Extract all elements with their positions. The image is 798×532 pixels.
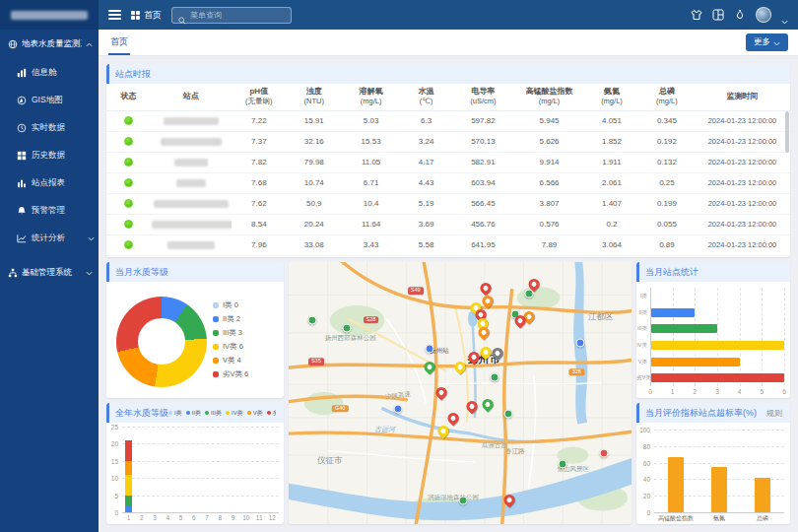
- sidebar-group-base-system[interactable]: 基础管理系统: [0, 258, 99, 288]
- station-pin-green[interactable]: [480, 397, 496, 413]
- road-shield: G40: [332, 405, 348, 413]
- map-poi-marker[interactable]: [575, 339, 584, 348]
- map-overlay: 扬州市江都区仪征市古运河扬州西部森林公园扬州站润扬湿地森林公园焦山风景区瓜洲古渡…: [289, 262, 632, 524]
- map-panel[interactable]: 扬州市江都区仪征市古运河扬州西部森林公园扬州站润扬湿地森林公园焦山风景区瓜洲古渡…: [289, 262, 632, 524]
- column-header: 浊度(NTU): [287, 84, 342, 110]
- column-header: 站点: [151, 84, 232, 110]
- grid-icon: [131, 11, 140, 20]
- map-poi-marker[interactable]: [308, 315, 317, 324]
- value-cell: 0.192: [639, 131, 695, 152]
- shirt-icon[interactable]: [691, 9, 702, 21]
- y-category-label: III类: [636, 325, 647, 332]
- map-poi-marker[interactable]: [459, 497, 468, 505]
- map-poi-marker[interactable]: [394, 404, 403, 413]
- site-name-redacted: [174, 159, 208, 166]
- legend-item[interactable]: V类 4: [213, 356, 248, 366]
- table-row[interactable]: 7.6250.910.45.19566.453.8071.4070.199202…: [106, 193, 790, 214]
- y-tick-label: 60: [636, 460, 650, 467]
- legend-item[interactable]: II类 2: [213, 314, 248, 324]
- station-pin-orange[interactable]: [480, 294, 496, 309]
- status-dot: [124, 137, 133, 146]
- flame-icon[interactable]: [734, 9, 746, 21]
- column-header: 电导率(uS/cm): [452, 84, 514, 110]
- legend-item[interactable]: I类 0: [213, 300, 248, 310]
- gridline: [122, 461, 279, 462]
- map-poi-marker[interactable]: [559, 459, 567, 468]
- map-poi-marker[interactable]: [503, 410, 512, 419]
- station-pin-red[interactable]: [502, 493, 518, 508]
- hbar-chart: 0123456I类II类III类IV类V类劣V类: [636, 282, 790, 398]
- site-cell: [151, 234, 232, 255]
- line-chart-icon: [17, 233, 27, 243]
- table-row[interactable]: 7.8279.9811.054.17582.919.9141.9110.1322…: [106, 152, 790, 172]
- table-row[interactable]: 7.2215.915.036.3597.825.9454.0510.345202…: [106, 110, 790, 131]
- station-pin-green[interactable]: [422, 359, 437, 374]
- panel-title: 当月站点统计: [645, 266, 698, 279]
- map-poi-marker[interactable]: [343, 323, 352, 332]
- value-cell: 7.89: [514, 234, 584, 255]
- map-label: 仪征市: [317, 455, 343, 467]
- avatar[interactable]: [756, 7, 771, 23]
- site-name-redacted: [152, 221, 232, 229]
- legend-item[interactable]: III类: [205, 409, 222, 418]
- sidebar-item-site-report[interactable]: 站点报表: [0, 169, 99, 197]
- search-input[interactable]: [190, 11, 285, 20]
- map-poi-marker[interactable]: [490, 373, 499, 382]
- value-cell: 597.82: [452, 110, 514, 131]
- sidebar-item-gis-map[interactable]: GIS地图: [0, 87, 99, 114]
- legend-item[interactable]: 劣V类 6: [213, 369, 248, 379]
- station-pin-yellow[interactable]: [435, 424, 451, 439]
- sidebar-item-info-cabin[interactable]: 信息舱: [0, 59, 99, 87]
- tab-home[interactable]: 首页: [108, 30, 130, 55]
- x-tick-label: 11: [253, 514, 265, 521]
- breadcrumb[interactable]: 首页: [131, 9, 162, 22]
- y-category-label: IV类: [636, 342, 647, 349]
- map-poi-marker[interactable]: [600, 449, 609, 458]
- year-chart: 0510152025123456789101112: [106, 423, 284, 524]
- value-cell: 15.91: [287, 110, 342, 131]
- legend-item[interactable]: IV类 6: [213, 342, 248, 352]
- menu-search[interactable]: [171, 7, 292, 24]
- x-tick-label: 3: [713, 388, 721, 395]
- value-cell: 566.45: [452, 193, 514, 214]
- y-tick-label: 40: [636, 476, 650, 483]
- legend-item[interactable]: II类: [186, 409, 201, 418]
- station-pin-red[interactable]: [445, 410, 461, 426]
- more-button[interactable]: 更多: [746, 33, 788, 51]
- x-tick-label: 6: [780, 388, 788, 395]
- legend-dot: [213, 302, 219, 308]
- station-pin-red[interactable]: [478, 281, 494, 297]
- station-pin-gray[interactable]: [490, 346, 505, 362]
- table-row[interactable]: 7.6810.746.714.43603.946.5662.0610.25202…: [106, 172, 790, 193]
- map-poi-marker[interactable]: [425, 344, 433, 353]
- sidebar-group-label: 基础管理系统: [22, 267, 82, 279]
- station-pin-red[interactable]: [464, 398, 480, 414]
- legend-item[interactable]: IV类: [226, 409, 243, 418]
- legend-label: III类 3: [223, 328, 242, 338]
- legend-item[interactable]: III类 3: [213, 328, 248, 338]
- station-pin-yellow[interactable]: [452, 359, 468, 374]
- chevron-down-icon[interactable]: [781, 12, 788, 19]
- legend-item[interactable]: 劣V类: [267, 409, 276, 418]
- layout-icon[interactable]: [712, 9, 724, 21]
- sidebar-item-history-data[interactable]: 历史数据: [0, 142, 99, 169]
- x-tick-label: 4: [162, 514, 173, 521]
- legend-item[interactable]: V类: [247, 409, 263, 418]
- value-cell: 4.43: [400, 172, 451, 193]
- table-scrollbar[interactable]: [785, 111, 789, 153]
- station-pin-red[interactable]: [433, 385, 449, 401]
- sidebar-group-water-system[interactable]: 地表水质量监测系统: [0, 30, 99, 59]
- sidebar-item-alert-management[interactable]: 预警管理: [0, 197, 99, 225]
- legend-item[interactable]: I类: [168, 409, 182, 418]
- sidebar-item-realtime-data[interactable]: 实时数据: [0, 114, 99, 142]
- station-pin-yellow[interactable]: [478, 345, 494, 361]
- time-cell: 2024-01-23 12:00:00: [695, 172, 790, 193]
- sidebar-item-statistics[interactable]: 统计分析: [0, 225, 99, 252]
- hamburger-icon[interactable]: [108, 10, 121, 20]
- bar: [755, 478, 770, 512]
- rules-link[interactable]: 规则: [766, 408, 782, 419]
- clock-icon: [17, 123, 27, 133]
- table-row[interactable]: 7.9633.083.435.58641.957.893.0640.892024…: [106, 234, 790, 255]
- table-row[interactable]: 8.5420.2411.643.69456.760.5760.20.055202…: [106, 214, 790, 234]
- table-row[interactable]: 7.3732.1615.533.24570.135.6261.8520.1922…: [106, 131, 790, 152]
